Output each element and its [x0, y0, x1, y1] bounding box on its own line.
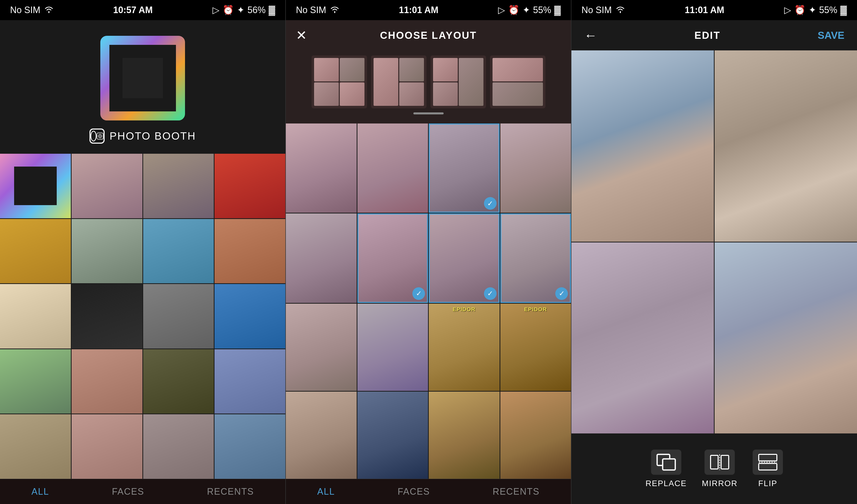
select-cell[interactable] [286, 123, 357, 213]
bt-icon-2: ✦ [522, 5, 530, 15]
flip-icon [758, 453, 778, 471]
select-cell[interactable] [357, 304, 428, 391]
edit-photo-area [571, 50, 857, 434]
mirror-icon-bg [705, 450, 735, 475]
select-cell[interactable] [286, 304, 357, 391]
lo-cell [340, 58, 365, 81]
status-left-3: No SIM [582, 5, 625, 15]
layout-option-4[interactable] [490, 55, 545, 108]
edit-cell-br[interactable] [715, 242, 857, 434]
select-cell-selected[interactable]: ✓ [429, 123, 500, 213]
photo-cell[interactable] [143, 414, 214, 479]
scroll-indicator [414, 112, 443, 114]
select-cell[interactable] [357, 392, 428, 479]
photo-cell[interactable] [215, 349, 285, 414]
status-left-2: No SIM [296, 5, 339, 15]
select-cell-selected[interactable]: ✓ [429, 214, 500, 303]
svg-rect-9 [721, 455, 729, 469]
status-left-1: No SIM [10, 5, 53, 15]
photo-cell[interactable] [71, 284, 142, 349]
select-cell-selected[interactable]: ✓ [500, 214, 571, 303]
svg-point-4 [99, 135, 101, 137]
select-cell-selected[interactable]: ✓ [357, 214, 428, 303]
lo-cell [314, 82, 339, 106]
tab-all-1[interactable]: ALL [32, 486, 49, 497]
mirror-icon [709, 453, 730, 471]
wifi-icon-3 [616, 5, 625, 15]
replace-icon-bg [651, 450, 681, 475]
select-grid: ✓ ✓ ✓ ✓ [286, 123, 571, 479]
panel-photo-booth: No SIM 10:57 AM ▷ ⏰ ✦ 56% ▓ [0, 0, 286, 504]
layout-options-row [291, 55, 566, 108]
photo-cell[interactable] [71, 154, 142, 218]
flip-button[interactable]: FLIP [753, 450, 783, 488]
tab-recents-1[interactable]: RECENTS [207, 486, 254, 497]
layout-option-1[interactable] [312, 55, 367, 108]
location-icon-1: ▷ [213, 5, 220, 15]
photo-cell[interactable] [143, 154, 214, 218]
photo-cell[interactable] [0, 414, 71, 479]
lo-cell [399, 58, 424, 81]
photo-cell[interactable] [143, 349, 214, 414]
select-cell[interactable] [357, 123, 428, 213]
photo-cell[interactable] [0, 154, 71, 218]
photo-cell[interactable] [0, 219, 71, 284]
panel-choose-layout: No SIM 11:01 AM ▷ ⏰ ✦ 55% ▓ ✕ CHOOSE LAY… [286, 0, 571, 504]
alarm-icon-2: ⏰ [508, 5, 520, 15]
save-button[interactable]: SAVE [818, 30, 844, 41]
select-cell[interactable]: EPIDOR [429, 304, 500, 391]
edit-cell-bl[interactable] [571, 242, 714, 434]
photo-cell[interactable] [143, 284, 214, 349]
photo-cell[interactable] [71, 219, 142, 284]
select-cell[interactable] [500, 392, 571, 479]
mirror-button[interactable]: MIRROR [702, 450, 738, 488]
status-right-3: ▷ ⏰ ✦ 55% ▓ [784, 5, 847, 15]
photo-cell[interactable] [215, 219, 285, 284]
photo-cell[interactable] [215, 414, 285, 479]
edit-cell-tl[interactable] [571, 50, 714, 242]
photo-select-area: ✓ ✓ ✓ ✓ [286, 123, 571, 479]
select-cell[interactable] [286, 392, 357, 479]
lo-cell [399, 82, 424, 106]
photo-cell[interactable] [215, 154, 285, 218]
time-1: 10:57 AM [113, 5, 153, 15]
layout-option-3[interactable] [431, 55, 486, 108]
rainbow-logo [100, 35, 186, 121]
select-cell[interactable] [286, 214, 357, 303]
photo-cell[interactable] [0, 349, 71, 414]
layout-option-2[interactable] [371, 55, 426, 108]
status-bar-3: No SIM 11:01 AM ▷ ⏰ ✦ 55% ▓ [571, 0, 857, 20]
photo-cell[interactable] [71, 414, 142, 479]
tab-faces-1[interactable]: FACES [112, 486, 144, 497]
replace-button[interactable]: REPLACE [645, 450, 687, 488]
edit-cell-tr[interactable] [715, 50, 857, 242]
choose-layout-title: CHOOSE LAYOUT [380, 30, 477, 41]
edit-title: EDIT [694, 30, 720, 41]
lo-cell [433, 82, 458, 106]
back-button[interactable]: ← [584, 28, 597, 43]
close-button[interactable]: ✕ [296, 28, 307, 43]
select-cell[interactable] [500, 123, 571, 213]
tab-faces-2[interactable]: FACES [398, 486, 430, 497]
replace-icon [656, 453, 676, 471]
bt-icon-1: ✦ [237, 5, 245, 15]
select-cell[interactable] [429, 392, 500, 479]
status-bar-2: No SIM 11:01 AM ▷ ⏰ ✦ 55% ▓ [286, 0, 571, 20]
replace-label: REPLACE [645, 479, 687, 488]
edit-header: ← EDIT SAVE [571, 20, 857, 50]
tab-recents-2[interactable]: RECENTS [492, 486, 539, 497]
photo-cell[interactable] [0, 284, 71, 349]
photo-cell[interactable] [215, 284, 285, 349]
photo-cell[interactable] [71, 349, 142, 414]
flip-label: FLIP [758, 479, 777, 488]
photo-cell[interactable] [143, 219, 214, 284]
logo-area: PHOTO BOOTH [0, 20, 285, 154]
status-right-2: ▷ ⏰ ✦ 55% ▓ [498, 5, 561, 15]
location-icon-2: ▷ [498, 5, 505, 15]
select-cell[interactable]: EPIDOR [500, 304, 571, 391]
panel-edit: No SIM 11:01 AM ▷ ⏰ ✦ 55% ▓ ← EDIT SAVE [571, 0, 857, 504]
layout-header: ✕ CHOOSE LAYOUT [286, 20, 571, 50]
nosim-label-1: No SIM [10, 5, 40, 15]
photo-grid-1 [0, 154, 285, 479]
tab-all-2[interactable]: ALL [317, 486, 335, 497]
